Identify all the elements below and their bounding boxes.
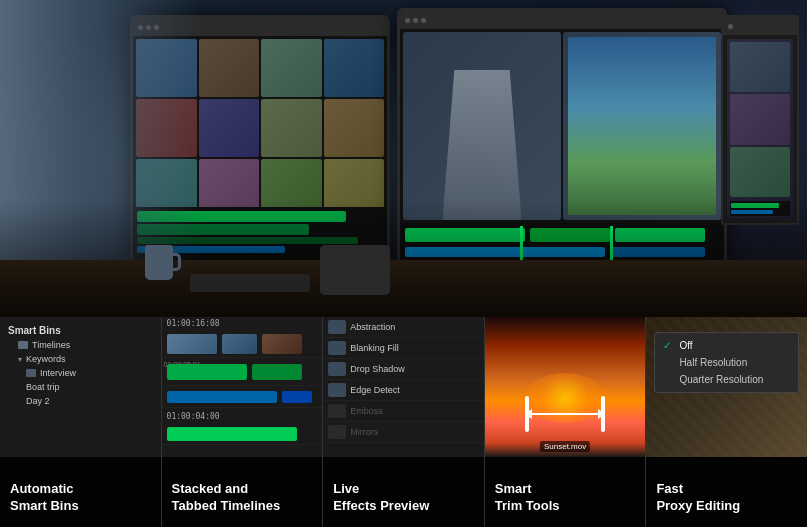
proxy-menu-quarter[interactable]: ✓ Quarter Resolution [655,371,798,388]
mug [145,245,173,280]
card-smart-trim: Sunset.mov Smart Trim Tools [485,317,647,527]
trackpad [320,245,390,295]
bins-timelines[interactable]: Timelines [6,338,155,352]
bins-boat[interactable]: Boat trip [6,380,155,394]
bins-day2[interactable]: Day 2 [6,394,155,408]
live-effects-preview: Abstraction Blanking Fill Drop Shadow Ed… [323,317,484,457]
card-live-effects: Abstraction Blanking Fill Drop Shadow Ed… [323,317,485,527]
bins-title: Smart Bins [6,323,155,338]
card-smart-bins: Smart Bins Timelines ▾ Keywords Intervie… [0,317,162,527]
bins-keywords[interactable]: ▾ Keywords [6,352,155,366]
stacked-timelines-label: Stacked and Tabbed Timelines [162,457,323,527]
monitor-right [397,8,727,278]
stacked-timelines-text: Stacked and Tabbed Timelines [172,481,281,515]
monitor-small [721,15,799,225]
keyboard [190,274,310,292]
fast-proxy-preview: ✓ Off ✓ Half Resolution ✓ Quarter Resolu… [646,317,807,457]
smart-trim-preview: Sunset.mov [485,317,646,457]
timeline-row-4 [162,423,323,445]
proxy-menu: ✓ Off ✓ Half Resolution ✓ Quarter Resolu… [654,332,799,393]
smart-bins-text: Automatic Smart Bins [10,481,79,515]
smart-trim-text: Smart Trim Tools [495,481,560,515]
proxy-menu-half[interactable]: ✓ Half Resolution [655,354,798,371]
timeline-row-2: 01:00:25:01 [162,358,323,386]
fast-proxy-label: Fast Proxy Editing [646,457,807,527]
smart-trim-label: Smart Trim Tools [485,457,646,527]
timeline-row-1 [162,330,323,358]
hero-background [0,0,807,340]
timeline-row-3 [162,386,323,408]
feature-bar: Smart Bins Timelines ▾ Keywords Intervie… [0,317,807,527]
trim-filename: Sunset.mov [540,441,590,452]
card-stacked-timelines: 01:00:16:08 01:00:25:01 01:00:04: [162,317,324,527]
bins-interview[interactable]: Interview [6,366,155,380]
stacked-timelines-preview: 01:00:16:08 01:00:25:01 01:00:04: [162,317,323,457]
smart-bins-preview: Smart Bins Timelines ▾ Keywords Intervie… [0,317,161,457]
fast-proxy-text: Fast Proxy Editing [656,481,740,515]
proxy-menu-off[interactable]: ✓ Off [655,337,798,354]
feature-cards-container: Smart Bins Timelines ▾ Keywords Intervie… [0,317,807,527]
live-effects-text: Live Effects Preview [333,481,429,515]
card-fast-proxy: ✓ Off ✓ Half Resolution ✓ Quarter Resolu… [646,317,807,527]
live-effects-label: Live Effects Preview [323,457,484,527]
smart-bins-label: Automatic Smart Bins [0,457,161,527]
